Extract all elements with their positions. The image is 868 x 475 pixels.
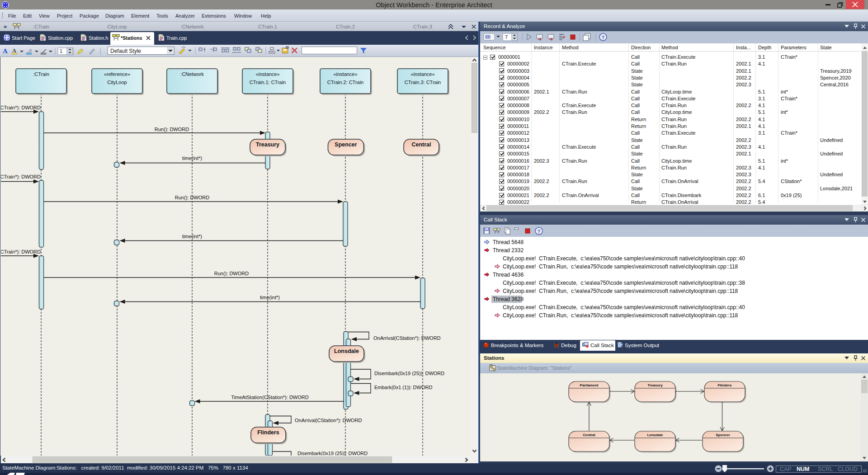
svg-text:Flinders: Flinders	[717, 383, 732, 387]
svg-text:CTrain.3: CTrain: CTrain.3: CTrain	[405, 80, 441, 85]
svg-text:Disembark(0x19 (25)): DWORD: Disembark(0x19 (25)): DWORD	[297, 451, 368, 456]
svg-text:time(int*): time(int*)	[182, 155, 202, 161]
svg-text:?: ?	[538, 229, 541, 234]
svg-text:«instance»: «instance»	[410, 71, 434, 77]
svg-text:(CTrain*): DWORD: (CTrain*): DWORD	[1, 249, 41, 254]
svg-text:Parliament: Parliament	[580, 383, 599, 387]
svg-text:«instance»: «instance»	[333, 71, 357, 77]
svg-text:time(int*): time(int*)	[182, 234, 202, 239]
svg-text:(CTrain*): DWORD: (CTrain*): DWORD	[1, 105, 41, 110]
svg-text:Run(): DWORD: Run(): DWORD	[155, 127, 189, 132]
svg-text:Run(): DWORD: Run(): DWORD	[175, 195, 209, 200]
svg-text:Disembark(0x19 (25)): DWORD: Disembark(0x19 (25)): DWORD	[374, 371, 444, 376]
svg-text:7: 7	[505, 34, 508, 40]
svg-text::CNetwork: :CNetwork	[180, 71, 204, 77]
svg-text:Spencer: Spencer	[716, 433, 730, 437]
svg-text:Treasury: Treasury	[647, 383, 663, 387]
svg-text:(CTrain*): DWORD: (CTrain*): DWORD	[1, 174, 41, 179]
svg-text:Central: Central	[411, 141, 431, 148]
svg-text:Spencer: Spencer	[335, 141, 357, 148]
svg-text:«instance»: «instance»	[255, 71, 279, 77]
svg-text:Lonsdale: Lonsdale	[647, 433, 663, 437]
svg-text:«reference»: «reference»	[104, 71, 131, 77]
svg-text:1: 1	[60, 48, 62, 54]
svg-text:TimeAtStation(CStation*): DWOR: TimeAtStation(CStation*): DWORD	[231, 395, 308, 400]
svg-text:Lonsdale: Lonsdale	[334, 348, 359, 354]
svg-text:OnArrival(CStation*): DWORD: OnArrival(CStation*): DWORD	[295, 418, 362, 423]
svg-text:Flinders: Flinders	[257, 429, 279, 436]
svg-text:Treasury: Treasury	[256, 141, 279, 148]
svg-text:?: ?	[602, 35, 605, 40]
svg-text:CTrain.1: CTrain: CTrain.1: CTrain	[250, 80, 286, 85]
svg-text:Embark(0x1 (1)): DWORD: Embark(0x1 (1)): DWORD	[374, 385, 432, 390]
svg-text::CTrain: :CTrain	[33, 71, 49, 77]
svg-text:OnArrival(CStation*): DWORD: OnArrival(CStation*): DWORD	[373, 335, 441, 341]
svg-text:CityLoop: CityLoop	[107, 80, 127, 85]
svg-text:Run(): DWORD: Run(): DWORD	[214, 271, 249, 276]
svg-text:CTrain.2: CTrain: CTrain.2: CTrain	[327, 80, 363, 85]
svg-text:time(int*): time(int*)	[260, 295, 280, 300]
svg-text:Central: Central	[583, 433, 595, 437]
svg-text:A: A	[3, 47, 8, 55]
